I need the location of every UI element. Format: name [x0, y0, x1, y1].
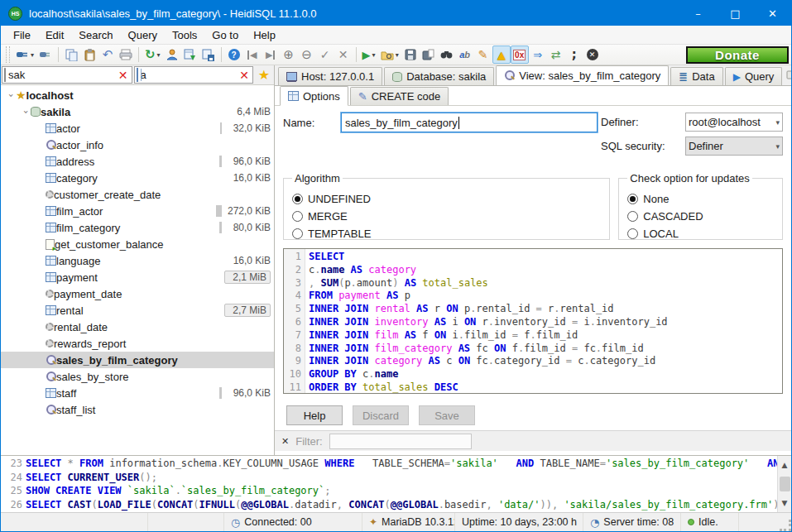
radio-icon[interactable]: [292, 194, 303, 204]
resize-grip[interactable]: [780, 520, 791, 531]
maximize-button[interactable]: □: [717, 1, 754, 26]
menu-file[interactable]: File: [6, 27, 38, 43]
radio-icon[interactable]: [627, 211, 638, 222]
session-manager-button[interactable]: ▾: [13, 46, 36, 64]
tree-item-payment_date[interactable]: ›payment_date: [1, 285, 274, 302]
highlight-errors-button[interactable]: ▲: [492, 46, 511, 64]
tree-item-staff_list[interactable]: ›staff_list: [1, 401, 274, 418]
algorithm-option-undefined[interactable]: UNDEFINED: [292, 193, 601, 205]
view-name-input[interactable]: sales_by_film_category: [341, 113, 598, 132]
chevron-down-icon[interactable]: ▾: [396, 51, 399, 59]
tree-item-language[interactable]: ›language16,0 KiB: [1, 252, 274, 269]
grid-filter-input[interactable]: [329, 434, 472, 449]
new-query-tab-button[interactable]: [784, 65, 792, 84]
tree-item-payment[interactable]: ›payment2,1 MiB: [1, 269, 274, 285]
tree-item-sales_by_store[interactable]: ›sales_by_store: [1, 368, 274, 385]
stop-button[interactable]: ✕: [583, 46, 602, 64]
tree-item-rewards_report[interactable]: ›rewards_report: [1, 335, 274, 352]
tree-item-address[interactable]: ›address96,0 KiB: [1, 153, 274, 170]
insert-row-button[interactable]: ⊕: [280, 46, 298, 64]
tab-database[interactable]: Database: sakila: [384, 67, 494, 85]
menu-edit[interactable]: Edit: [38, 27, 71, 43]
clear-database-filter-icon[interactable]: ✕: [117, 69, 130, 82]
cancel-editing-button[interactable]: ✕: [334, 46, 353, 64]
close-button[interactable]: ✕: [754, 1, 791, 26]
toolbar-grip[interactable]: [6, 46, 10, 63]
radio-icon[interactable]: [292, 211, 303, 222]
delimiter-button[interactable]: ;: [565, 46, 583, 64]
donate-button[interactable]: Donate: [686, 46, 789, 64]
tree-item-film_actor[interactable]: ›film_actor272,0 KiB: [1, 203, 274, 219]
copy-button[interactable]: [62, 46, 80, 64]
log-scrollbar[interactable]: ▲ ▼: [777, 456, 791, 512]
radio-icon[interactable]: [627, 194, 638, 204]
menu-query[interactable]: Query: [121, 27, 165, 43]
save-sql-as-button[interactable]: [420, 46, 438, 64]
view-select-editor[interactable]: 1234567891011 SELECTc.name AS category, …: [283, 248, 783, 394]
tab-host[interactable]: Host: 127.0.0.1: [278, 67, 382, 85]
grid-save-button[interactable]: [199, 46, 218, 64]
load-sql-file-button[interactable]: ▾: [378, 46, 401, 64]
tree-item-actor_info[interactable]: ›actor_info: [1, 137, 274, 153]
disconnect-button[interactable]: [36, 46, 55, 64]
menu-help[interactable]: Help: [246, 27, 283, 43]
tree-item-localhost[interactable]: ›★localhost: [1, 87, 274, 103]
tree-item-customer_create_date[interactable]: ›customer_create_date: [1, 186, 274, 203]
export-database-button[interactable]: [181, 46, 199, 64]
subtab-create-code[interactable]: ✎CREATE code: [350, 87, 449, 105]
editor-code[interactable]: SELECTc.name AS category, SUM(p.amount) …: [305, 249, 782, 393]
favorites-star-icon[interactable]: ★: [254, 65, 274, 84]
last-record-button[interactable]: ▶: [262, 46, 280, 64]
undo-button[interactable]: ↶: [98, 46, 117, 64]
close-filter-icon[interactable]: ✕: [281, 436, 289, 447]
delete-row-button[interactable]: ⊖: [298, 46, 316, 64]
scroll-up-icon[interactable]: ▲: [782, 456, 788, 475]
menu-search[interactable]: Search: [71, 27, 120, 43]
help-button[interactable]: ?: [225, 46, 243, 64]
scroll-down-icon[interactable]: ▼: [782, 494, 788, 513]
scroll-thumb[interactable]: [780, 477, 790, 491]
tree-item-actor[interactable]: ›actor32,0 KiB: [1, 120, 274, 137]
save-sql-button[interactable]: [401, 46, 420, 64]
sql-log-panel[interactable]: 23242526 SELECT * FROM information_schem…: [1, 455, 791, 512]
tree-item-rental[interactable]: ›rental2,7 MiB: [1, 302, 274, 319]
database-filter-input[interactable]: sak ✕: [2, 66, 132, 84]
menu-go-to[interactable]: Go to: [204, 27, 246, 43]
tree-item-sakila[interactable]: ›sakila6,4 MiB: [1, 103, 274, 120]
minimize-button[interactable]: –: [679, 1, 717, 26]
chevron-down-icon[interactable]: ▾: [157, 51, 161, 59]
reformat-sql-button[interactable]: ✎: [474, 46, 492, 64]
radio-icon[interactable]: [627, 228, 638, 239]
refresh-button[interactable]: ↻▾: [142, 46, 163, 64]
chevron-down-icon[interactable]: ▾: [31, 51, 34, 59]
print-button[interactable]: [117, 46, 135, 64]
menu-tools[interactable]: Tools: [165, 27, 204, 43]
insert-params-button[interactable]: ⇒: [529, 46, 547, 64]
tree-item-get_customer_balance[interactable]: ›get_customer_balance: [1, 236, 274, 252]
check-option-local[interactable]: LOCAL: [627, 228, 774, 240]
post-changes-button[interactable]: ✓: [316, 46, 334, 64]
tab-view[interactable]: View: sales_by_film_category: [496, 65, 669, 85]
algorithm-option-temptable[interactable]: TEMPTABLE: [292, 228, 601, 240]
title-bar[interactable]: HS localhost\sakila\sales_by_film_catego…: [1, 1, 791, 26]
table-filter-input[interactable]: a ✕: [134, 66, 254, 84]
find-text-button[interactable]: [438, 46, 456, 64]
clear-table-filter-icon[interactable]: ✕: [238, 69, 251, 82]
definer-combobox[interactable]: root@localhost ▾: [685, 113, 783, 132]
execute-sql-button[interactable]: ▶▾: [360, 46, 378, 64]
radio-icon[interactable]: [292, 228, 303, 239]
algorithm-option-merge[interactable]: MERGE: [292, 210, 601, 223]
tree-item-rental_date[interactable]: ›rental_date: [1, 319, 274, 335]
bind-params-button[interactable]: 0x: [511, 46, 529, 64]
tree-item-sales_by_film_category[interactable]: ›sales_by_film_category: [1, 352, 274, 368]
paste-button[interactable]: [80, 46, 98, 64]
reconnect-button[interactable]: ⇄: [547, 46, 565, 64]
check-option-none[interactable]: None: [627, 193, 774, 205]
first-record-button[interactable]: ◀: [243, 46, 262, 64]
tree-item-film_category[interactable]: ›film_category80,0 KiB: [1, 219, 274, 236]
check-option-cascaded[interactable]: CASCADED: [627, 210, 774, 223]
replace-text-button[interactable]: ab: [456, 46, 474, 64]
tab-data[interactable]: ≣Data: [670, 67, 722, 85]
subtab-options[interactable]: Options: [280, 86, 348, 106]
chevron-down-icon[interactable]: ▾: [372, 51, 376, 59]
